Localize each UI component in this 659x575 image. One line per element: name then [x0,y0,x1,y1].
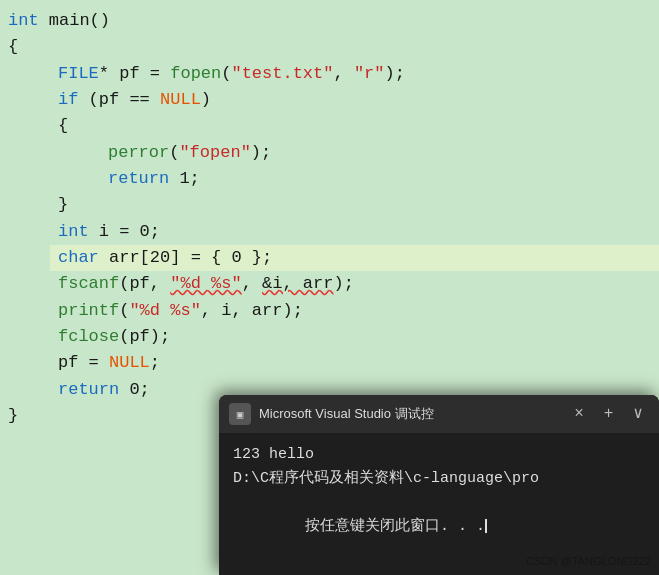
code-line-12: printf("%d %s", i, arr); [50,298,659,324]
code-line-2: { [0,34,659,60]
code-line-8: } [50,192,659,218]
code-line-3: FILE* pf = fopen("test.txt", "r"); [50,61,659,87]
terminal-dropdown-button[interactable]: ∨ [627,406,649,422]
terminal-title: Microsoft Visual Studio 调试控 [259,405,560,423]
terminal-output-line-1: 123 hello [233,443,645,467]
terminal-output-line-2: D:\C程序代码及相关资料\c-language\pro [233,467,645,491]
code-line-7: return 1; [100,166,659,192]
code-line-13: fclose(pf); [50,324,659,350]
code-line-10: char arr[20] = { 0 }; [50,245,659,271]
code-line-5: { [50,113,659,139]
keyword-int: int [8,8,39,34]
terminal-output-line-3: 按任意键关闭此窗口. . . [233,491,645,563]
terminal-cursor [485,519,487,533]
code-editor: int main() { FILE* pf = fopen("test.txt"… [0,0,659,575]
terminal-window: ▣ Microsoft Visual Studio 调试控 × + ∨ 123 … [219,395,659,575]
watermark: CSDN @TANGLONG222 [526,555,651,567]
code-line-4: if (pf == NULL) [50,87,659,113]
terminal-titlebar: ▣ Microsoft Visual Studio 调试控 × + ∨ [219,395,659,433]
terminal-close-button[interactable]: × [568,406,590,422]
terminal-app-icon: ▣ [229,403,251,425]
code-line-1: int main() [0,8,659,34]
code-line-11: fscanf(pf, "%d %s", &i, arr); [50,271,659,297]
terminal-body: 123 hello D:\C程序代码及相关资料\c-language\pro 按… [219,433,659,575]
terminal-new-tab-button[interactable]: + [598,406,620,422]
code-line-14: pf = NULL; [50,350,659,376]
code-line-6: perror("fopen"); [100,140,659,166]
code-line-9: int i = 0; [50,219,659,245]
